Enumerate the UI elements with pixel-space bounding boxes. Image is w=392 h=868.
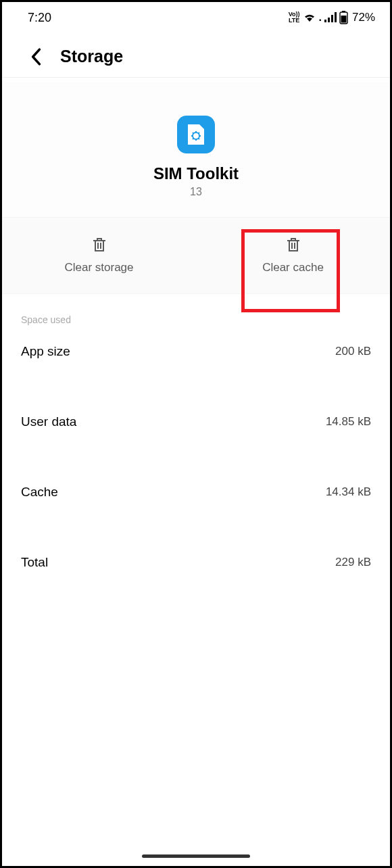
battery-percent: 72% <box>352 11 375 24</box>
page-title: Storage <box>60 47 123 66</box>
status-icons: Vo))LTE . 72% <box>289 11 375 24</box>
divider <box>2 77 390 78</box>
row-label: Total <box>21 555 48 570</box>
volte-icon: Vo))LTE <box>289 11 300 24</box>
app-icon <box>177 116 215 153</box>
section-heading: Space used <box>21 314 371 325</box>
row-label: Cache <box>21 485 58 500</box>
svg-rect-1 <box>328 18 330 22</box>
action-row: Clear storage Clear cache <box>2 217 390 294</box>
row-user-data[interactable]: User data 14.85 kB <box>21 406 371 437</box>
svg-rect-3 <box>335 12 337 22</box>
row-label: App size <box>21 344 70 359</box>
svg-rect-6 <box>341 16 346 23</box>
app-name: SIM Toolkit <box>2 164 390 183</box>
clear-storage-label: Clear storage <box>64 261 133 274</box>
clear-storage-button[interactable]: Clear storage <box>2 237 196 274</box>
trash-icon <box>91 237 107 253</box>
status-time: 7:20 <box>28 11 51 25</box>
row-label: User data <box>21 414 76 429</box>
trash-icon <box>285 237 301 253</box>
svg-line-12 <box>193 132 194 134</box>
signal-icon <box>324 12 337 23</box>
svg-line-14 <box>199 132 200 134</box>
dot-icon: . <box>319 11 322 24</box>
wifi-icon <box>303 12 316 23</box>
row-value: 200 kB <box>335 345 371 358</box>
back-button[interactable] <box>26 47 45 66</box>
status-bar: 7:20 Vo))LTE . 72% <box>2 2 390 32</box>
row-app-size[interactable]: App size 200 kB <box>21 336 371 367</box>
app-info-section: SIM Toolkit 13 <box>2 82 390 217</box>
battery-icon <box>339 11 348 24</box>
clear-cache-label: Clear cache <box>262 261 324 274</box>
svg-line-13 <box>199 139 200 140</box>
row-value: 14.34 kB <box>326 485 371 499</box>
space-used-section: Space used App size 200 kB User data 14.… <box>2 294 390 581</box>
row-cache[interactable]: Cache 14.34 kB <box>21 477 371 508</box>
row-value: 14.85 kB <box>326 415 371 429</box>
svg-line-15 <box>193 139 194 140</box>
svg-rect-0 <box>324 20 326 22</box>
app-version: 13 <box>2 186 390 198</box>
row-value: 229 kB <box>335 556 371 569</box>
svg-rect-2 <box>331 15 333 22</box>
page-header: Storage <box>2 32 390 77</box>
gesture-bar <box>142 854 250 858</box>
clear-cache-button[interactable]: Clear cache <box>196 237 390 274</box>
row-total[interactable]: Total 229 kB <box>21 547 371 578</box>
